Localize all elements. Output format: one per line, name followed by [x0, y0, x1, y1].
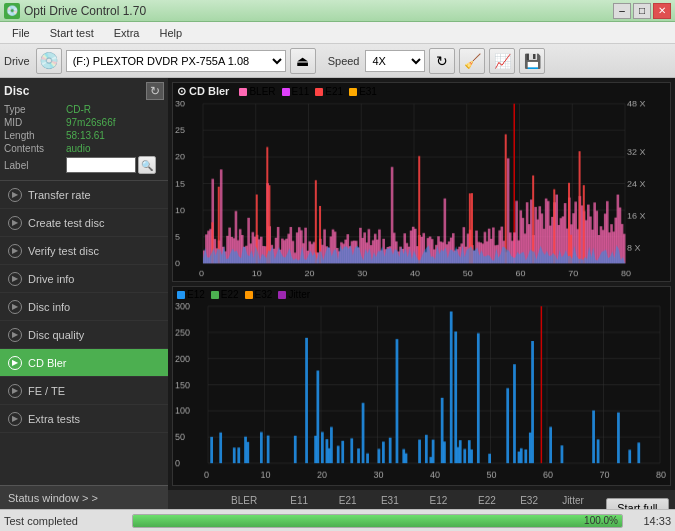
start-full-button[interactable]: Start full: [606, 498, 669, 509]
maximize-button[interactable]: □: [633, 3, 651, 19]
stats-avg-e12: 2.94: [411, 507, 466, 509]
status-text: Test completed: [4, 515, 124, 527]
refresh-button[interactable]: ↻: [429, 48, 455, 74]
nav-label-fe-te: FE / TE: [28, 385, 65, 397]
minimize-button[interactable]: –: [613, 3, 631, 19]
legend-dot-e22: [211, 291, 219, 299]
nav-label-extra-tests: Extra tests: [28, 413, 80, 425]
disc-mid-label: MID: [4, 117, 66, 128]
legend-label-e31: E31: [359, 86, 377, 97]
speed-label: Speed: [328, 55, 360, 67]
disc-type-label: Type: [4, 104, 66, 115]
nav-icon-extra-tests: ▶: [8, 412, 22, 426]
disc-panel: Disc ↻ Type CD-R MID 97m26s66f Length 58…: [0, 78, 168, 181]
disc-panel-title: Disc: [4, 84, 29, 98]
toolbar: Drive 💿 (F:) PLEXTOR DVDR PX-755A 1.08 ⏏…: [0, 44, 675, 78]
stats-table-wrap: BLER E11 E21 E31 E12 E22 E32 Jitter Avg: [168, 490, 600, 509]
legend-label-e21: E21: [325, 86, 343, 97]
nav-icon-cd-bler: ▶: [8, 356, 22, 370]
menu-file[interactable]: File: [4, 25, 38, 41]
menu-extra[interactable]: Extra: [106, 25, 148, 41]
nav-disc-info[interactable]: ▶ Disc info: [0, 293, 168, 321]
legend-dot-e32: [245, 291, 253, 299]
main-content: Disc ↻ Type CD-R MID 97m26s66f Length 58…: [0, 78, 675, 509]
disc-label-input[interactable]: [66, 157, 136, 173]
nav-icon-verify-test-disc: ▶: [8, 244, 22, 258]
bottom-chart-header: E12 E22 E32 Jitter: [173, 287, 670, 302]
legend-e32: E32: [245, 289, 273, 300]
legend-e11: E11: [282, 86, 310, 97]
disc-contents-value: audio: [66, 143, 90, 154]
top-chart-body: [173, 100, 670, 278]
legend-label-e32: E32: [255, 289, 273, 300]
graph-button[interactable]: 📈: [489, 48, 515, 74]
eject-button[interactable]: ⏏: [290, 48, 316, 74]
legend-label-jitter: Jitter: [288, 289, 310, 300]
stats-avg-e32: 0.00: [508, 507, 550, 509]
nav-extra-tests[interactable]: ▶ Extra tests: [0, 405, 168, 433]
sidebar-nav: ▶ Transfer rate ▶ Create test disc ▶ Ver…: [0, 181, 168, 433]
right-panel: ⊙ CD Bler BLER E11 E21: [168, 78, 675, 509]
drive-icon: 💿: [36, 48, 62, 74]
menubar: File Start test Extra Help: [0, 22, 675, 44]
top-chart-title: ⊙ CD Bler: [177, 85, 229, 98]
nav-verify-test-disc[interactable]: ▶ Verify test disc: [0, 237, 168, 265]
stats-row-avg: Avg 3.24 2.87 0.13 0.25 2.94 0.00 0.00 -: [172, 507, 596, 509]
nav-transfer-rate[interactable]: ▶ Transfer rate: [0, 181, 168, 209]
nav-cd-bler[interactable]: ▶ CD Bler: [0, 349, 168, 377]
stats-col-blank: [172, 494, 217, 507]
nav-fe-te[interactable]: ▶ FE / TE: [0, 377, 168, 405]
nav-label-cd-bler: CD Bler: [28, 357, 67, 369]
progress-bar: [133, 515, 622, 527]
disc-header: Disc ↻: [4, 82, 164, 100]
legend-e21: E21: [315, 86, 343, 97]
disc-label-search-button[interactable]: 🔍: [138, 156, 156, 174]
legend-dot-e11: [282, 88, 290, 96]
status-window-label: Status window > >: [8, 492, 98, 504]
stats-area: BLER E11 E21 E31 E12 E22 E32 Jitter Avg: [168, 490, 675, 509]
menu-help[interactable]: Help: [151, 25, 190, 41]
nav-label-create-test-disc: Create test disc: [28, 217, 104, 229]
disc-refresh-button[interactable]: ↻: [146, 82, 164, 100]
legend-e31: E31: [349, 86, 377, 97]
nav-icon-fe-te: ▶: [8, 384, 22, 398]
sidebar: Disc ↻ Type CD-R MID 97m26s66f Length 58…: [0, 78, 168, 509]
stats-col-e32: E32: [508, 494, 550, 507]
disc-type-value: CD-R: [66, 104, 91, 115]
stats-avg-e11: 2.87: [272, 507, 327, 509]
stats-table: BLER E11 E21 E31 E12 E22 E32 Jitter Avg: [172, 494, 596, 509]
stats-avg-e21: 0.13: [327, 507, 369, 509]
legend-dot-e21: [315, 88, 323, 96]
nav-label-disc-quality: Disc quality: [28, 329, 84, 341]
legend-label-e12: E12: [187, 289, 205, 300]
nav-drive-info[interactable]: ▶ Drive info: [0, 265, 168, 293]
menu-start-test[interactable]: Start test: [42, 25, 102, 41]
app-icon: 💿: [4, 3, 20, 19]
clear-button[interactable]: 🧹: [459, 48, 485, 74]
stats-avg-jitter: -: [550, 507, 596, 509]
drive-select[interactable]: (F:) PLEXTOR DVDR PX-755A 1.08: [66, 50, 286, 72]
nav-label-disc-info: Disc info: [28, 301, 70, 313]
stats-header-row: BLER E11 E21 E31 E12 E22 E32 Jitter: [172, 494, 596, 507]
legend-label-bler: BLER: [249, 86, 275, 97]
stats-col-e31: E31: [369, 494, 411, 507]
legend-jitter: Jitter: [278, 289, 310, 300]
status-window-button[interactable]: Status window > >: [0, 485, 168, 509]
statusbar: Test completed 100.0% 14:33: [0, 509, 675, 531]
titlebar-left: 💿 Opti Drive Control 1.70: [4, 3, 146, 19]
nav-create-test-disc[interactable]: ▶ Create test disc: [0, 209, 168, 237]
stats-col-bler: BLER: [217, 494, 272, 507]
bottom-chart-canvas: [173, 302, 670, 480]
nav-label-drive-info: Drive info: [28, 273, 74, 285]
nav-icon-create-test-disc: ▶: [8, 216, 22, 230]
nav-disc-quality[interactable]: ▶ Disc quality: [0, 321, 168, 349]
legend-e22: E22: [211, 289, 239, 300]
drive-label: Drive: [4, 55, 30, 67]
speed-select[interactable]: 4X: [365, 50, 425, 72]
save-button[interactable]: 💾: [519, 48, 545, 74]
stats-avg-e22: 0.00: [466, 507, 508, 509]
close-button[interactable]: ✕: [653, 3, 671, 19]
disc-label-row: Label 🔍: [4, 156, 164, 174]
nav-icon-disc-quality: ▶: [8, 328, 22, 342]
nav-icon-drive-info: ▶: [8, 272, 22, 286]
